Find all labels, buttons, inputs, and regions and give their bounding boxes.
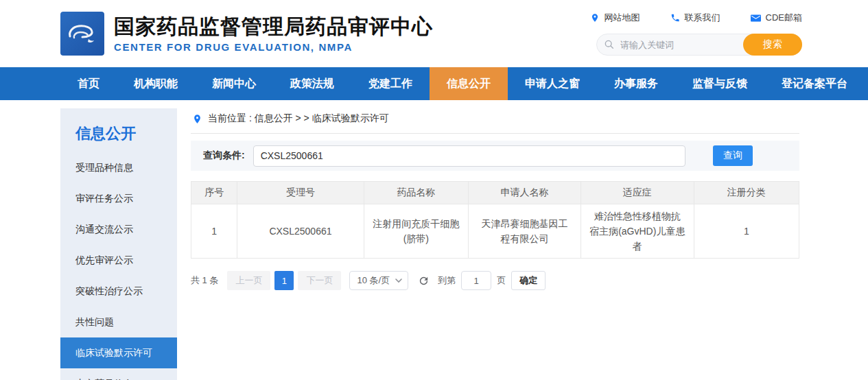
main-nav: 首页 机构职能 新闻中心 政策法规 党建工作 信息公开 申请人之窗 办事服务 监…: [0, 67, 868, 100]
location-pin-icon: [192, 114, 202, 124]
nav-item-applicant-window[interactable]: 申请人之窗: [508, 67, 597, 100]
cell-indication: 难治性急性移植物抗宿主病(aGvHD)儿童患者: [580, 204, 694, 259]
search-icon: [604, 39, 615, 53]
site-title: 国家药品监督管理局药品审评中心: [114, 14, 433, 39]
nav-item-news[interactable]: 新闻中心: [195, 67, 273, 100]
table-row: 1 CXSL2500661 注射用间充质干细胞(脐带) 天津昂赛细胞基因工程有限…: [191, 204, 799, 259]
site-logo: 国家药品监督管理局药品审评中心 CENTER FOR DRUG EVALUATI…: [60, 12, 433, 56]
nav-item-party[interactable]: 党建工作: [351, 67, 430, 100]
nav-item-services[interactable]: 办事服务: [597, 67, 675, 100]
cell-index: 1: [191, 204, 237, 259]
table-header-row: 序号 受理号 药品名称 申请人名称 适应症 注册分类: [191, 182, 799, 204]
sidebar-item-communication[interactable]: 沟通交流公示: [60, 214, 177, 245]
nav-item-policies[interactable]: 政策法规: [273, 67, 351, 100]
mailbox-link[interactable]: CDE邮箱: [751, 12, 802, 24]
goto-page-input[interactable]: [461, 271, 491, 290]
query-label: 查询条件:: [203, 150, 245, 162]
mailbox-label: CDE邮箱: [766, 12, 802, 24]
cell-drug-name: 注射用间充质干细胞(脐带): [364, 204, 468, 259]
sitemap-link[interactable]: 网站地图: [590, 12, 640, 24]
sidebar-item-marketed-drugs[interactable]: 上市药品信息: [60, 368, 177, 380]
col-header-drug-name: 药品名称: [364, 182, 468, 204]
query-bar: 查询条件: 查询: [191, 141, 799, 171]
col-header-registration-class: 注册分类: [694, 182, 799, 204]
site-header: 国家药品监督管理局药品审评中心 CENTER FOR DRUG EVALUATI…: [0, 0, 868, 67]
contact-link[interactable]: 联系我们: [670, 12, 720, 24]
logo-text: 国家药品监督管理局药品审评中心 CENTER FOR DRUG EVALUATI…: [114, 14, 433, 53]
sidebar-item-priority-review[interactable]: 优先审评公示: [60, 245, 177, 276]
col-header-index: 序号: [191, 182, 237, 204]
nav-item-functions[interactable]: 机构职能: [117, 67, 195, 100]
query-input[interactable]: [253, 145, 685, 167]
query-button[interactable]: 查询: [713, 145, 753, 166]
refresh-icon[interactable]: [418, 275, 430, 287]
goto-label: 到第: [438, 274, 456, 287]
sidebar-title: 信息公开: [60, 119, 177, 152]
header-right: 网站地图 联系我们 CDE邮箱 搜索: [590, 12, 802, 56]
page-number-button[interactable]: 1: [274, 271, 294, 290]
cell-acceptance-no: CXSL2500661: [237, 204, 364, 259]
page-unit-label: 页: [497, 274, 506, 287]
nav-item-home[interactable]: 首页: [60, 67, 117, 100]
sidebar-item-breakthrough-therapy[interactable]: 突破性治疗公示: [60, 276, 177, 307]
prev-page-button[interactable]: 上一页: [227, 271, 270, 290]
location-pin-icon: [590, 13, 600, 23]
sidebar-item-review-tasks[interactable]: 审评任务公示: [60, 183, 177, 214]
cell-applicant: 天津昂赛细胞基因工程有限公司: [469, 204, 581, 259]
next-page-button[interactable]: 下一页: [298, 271, 341, 290]
col-header-acceptance-no: 受理号: [237, 182, 364, 204]
sidebar-item-clinical-trial-implied-license[interactable]: 临床试验默示许可: [60, 337, 177, 368]
mail-icon: [751, 14, 761, 23]
contact-label: 联系我们: [685, 12, 720, 24]
nav-item-info-disclosure[interactable]: 信息公开: [430, 67, 508, 100]
quick-links: 网站地图 联系我们 CDE邮箱: [590, 12, 802, 24]
search-button[interactable]: 搜索: [743, 34, 802, 56]
total-count-label: 共 1 条: [191, 274, 218, 287]
breadcrumb-text: 当前位置 : 信息公开 > > 临床试验默示许可: [208, 112, 389, 125]
phone-icon: [670, 13, 680, 23]
main-panel: 当前位置 : 信息公开 > > 临床试验默示许可 查询条件: 查询 序号 受理号…: [191, 108, 799, 380]
sitemap-label: 网站地图: [605, 12, 640, 24]
search-bar: 搜索: [596, 34, 802, 56]
chevron-down-icon: [395, 278, 402, 283]
col-header-indication: 适应症: [580, 182, 694, 204]
confirm-button[interactable]: 确定: [511, 271, 546, 290]
site-subtitle: CENTER FOR DRUG EVALUATION, NMPA: [114, 41, 433, 53]
content-area: 信息公开 受理品种信息 审评任务公示 沟通交流公示 优先审评公示 突破性治疗公示…: [0, 100, 868, 380]
breadcrumb: 当前位置 : 信息公开 > > 临床试验默示许可: [191, 108, 799, 134]
sidebar-item-common-issues[interactable]: 共性问题: [60, 307, 177, 337]
nav-item-supervision[interactable]: 监督与反馈: [675, 67, 764, 100]
sidebar-item-accepted-varieties[interactable]: 受理品种信息: [60, 152, 177, 183]
page-size-value: 10 条/页: [357, 274, 390, 287]
cell-registration-class: 1: [694, 204, 799, 259]
results-table: 序号 受理号 药品名称 申请人名称 适应症 注册分类 1 CXSL2500661…: [191, 181, 799, 259]
cde-logo-icon: [60, 12, 104, 56]
sidebar: 信息公开 受理品种信息 审评任务公示 沟通交流公示 优先审评公示 突破性治疗公示…: [60, 108, 177, 380]
pagination: 共 1 条 上一页 1 下一页 10 条/页 到第 页 确定: [191, 271, 799, 290]
col-header-applicant: 申请人名称: [469, 182, 581, 204]
nav-item-registration-platform[interactable]: 登记备案平台: [764, 67, 865, 100]
page-size-select[interactable]: 10 条/页: [349, 271, 408, 290]
